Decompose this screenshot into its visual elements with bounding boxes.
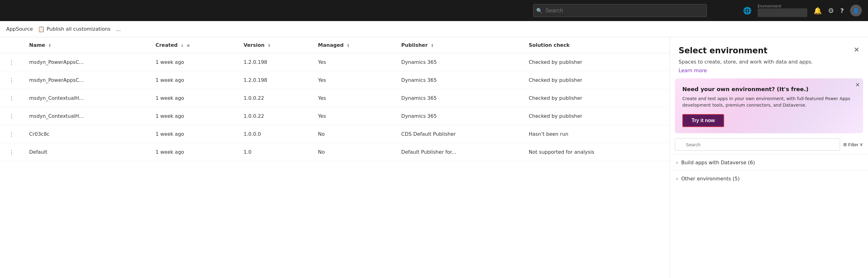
cell-name: msdyn_PowerAppsC... bbox=[23, 71, 149, 89]
env-group-label-1: Build apps with Dataverse (6) bbox=[681, 160, 755, 165]
group-chevron-icon-1: › bbox=[676, 160, 678, 165]
more-options-button[interactable]: ... bbox=[116, 26, 121, 32]
table-area: Name ↕ Created ↓ ≡ Version ↕ Managed ↕ bbox=[0, 37, 670, 278]
cell-created: 1 week ago bbox=[149, 143, 238, 161]
cell-managed: Yes bbox=[312, 89, 395, 107]
panel-title: Select environment bbox=[679, 46, 768, 55]
cell-solution-check: Hasn't been run bbox=[522, 125, 670, 143]
bell-icon[interactable]: 🔔 bbox=[813, 7, 822, 14]
cell-publisher: Dynamics 365 bbox=[395, 71, 522, 89]
filter-button[interactable]: ⊞ Filter ∨ bbox=[843, 142, 863, 147]
promo-card-title: Need your own environment? (It's free.) bbox=[682, 86, 856, 92]
table-row: ⋮ Default 1 week ago 1.0 No Default Publ… bbox=[0, 143, 670, 161]
cell-version: 1.0 bbox=[238, 143, 312, 161]
panel-search-input[interactable] bbox=[675, 138, 840, 151]
cell-version: 1.2.0.198 bbox=[238, 71, 312, 89]
cell-publisher: CDS Default Publisher bbox=[395, 125, 522, 143]
table-row: ⋮ Cr03c8c 1 week ago 1.0.0.0 No CDS Defa… bbox=[0, 125, 670, 143]
environment-selector[interactable]: Environment bbox=[757, 4, 807, 17]
row-menu-button[interactable]: ⋮ bbox=[6, 59, 17, 65]
toolbar: AppSource 📋 Publish all customizations .… bbox=[0, 21, 868, 37]
publish-label: Publish all customizations bbox=[46, 26, 111, 32]
publish-all-button[interactable]: 📋 Publish all customizations bbox=[38, 26, 111, 32]
cell-publisher: Dynamics 365 bbox=[395, 89, 522, 107]
env-group-label-2: Other environments (5) bbox=[681, 176, 740, 182]
col-version-header[interactable]: Version ↕ bbox=[238, 37, 312, 53]
table-row: ⋮ msdyn_PowerAppsC... 1 week ago 1.2.0.1… bbox=[0, 71, 670, 89]
try-it-now-button[interactable]: Try it now bbox=[682, 114, 724, 127]
cell-created: 1 week ago bbox=[149, 125, 238, 143]
col-managed-header[interactable]: Managed ↕ bbox=[312, 37, 395, 53]
panel-search-row: 🔍 ⊞ Filter ∨ bbox=[670, 138, 868, 154]
cell-name: Default bbox=[23, 143, 149, 161]
row-menu-button[interactable]: ⋮ bbox=[6, 149, 17, 155]
panel-close-button[interactable]: ✕ bbox=[854, 46, 859, 54]
cell-publisher: Dynamics 365 bbox=[395, 107, 522, 125]
cell-version: 1.0.0.0 bbox=[238, 125, 312, 143]
created-sort-icon: ↓ bbox=[181, 43, 184, 48]
col-publisher-label: Publisher bbox=[401, 42, 428, 48]
group-chevron-icon-2: › bbox=[676, 176, 678, 182]
row-menu-button[interactable]: ⋮ bbox=[6, 113, 17, 119]
col-menu-space bbox=[0, 37, 23, 53]
cell-name: Cr03c8c bbox=[23, 125, 149, 143]
gear-icon[interactable]: ⚙️ bbox=[828, 7, 834, 14]
cell-solution-check: Checked by publisher bbox=[522, 89, 670, 107]
name-sort-icon: ↕ bbox=[48, 43, 51, 48]
col-publisher-header[interactable]: Publisher ↕ bbox=[395, 37, 522, 53]
cell-created: 1 week ago bbox=[149, 53, 238, 71]
topbar: 🔍 🌐 Environment 🔔 ⚙️ ? 👤 bbox=[0, 0, 868, 21]
publisher-sort-icon: ↕ bbox=[431, 43, 434, 48]
panel-subtitle: Spaces to create, store, and work with d… bbox=[670, 55, 868, 66]
col-name-header[interactable]: Name ↕ bbox=[23, 37, 149, 53]
table-row: ⋮ msdyn_ContextualH... 1 week ago 1.0.0.… bbox=[0, 89, 670, 107]
topbar-right: 🌐 Environment 🔔 ⚙️ ? 👤 bbox=[743, 4, 862, 17]
cell-version: 1.2.0.198 bbox=[238, 53, 312, 71]
filter-icon: ⊞ bbox=[843, 142, 847, 147]
main-content: Name ↕ Created ↓ ≡ Version ↕ Managed ↕ bbox=[0, 37, 868, 278]
row-menu-button[interactable]: ⋮ bbox=[6, 95, 17, 101]
cell-solution-check: Checked by publisher bbox=[522, 53, 670, 71]
version-sort-icon: ↕ bbox=[268, 43, 271, 48]
cell-solution-check: Not supported for analysis bbox=[522, 143, 670, 161]
appsource-label: AppSource bbox=[6, 26, 33, 32]
env-group-dataverse-header[interactable]: › Build apps with Dataverse (6) bbox=[670, 155, 868, 171]
col-created-header[interactable]: Created ↓ ≡ bbox=[149, 37, 238, 53]
cell-managed: Yes bbox=[312, 107, 395, 125]
solutions-table: Name ↕ Created ↓ ≡ Version ↕ Managed ↕ bbox=[0, 37, 670, 161]
env-label-text: Environment bbox=[757, 4, 781, 8]
avatar[interactable]: 👤 bbox=[850, 5, 862, 17]
globe-icon[interactable]: 🌐 bbox=[743, 7, 751, 14]
search-icon-nav: 🔍 bbox=[536, 8, 542, 13]
cell-publisher: Default Publisher for... bbox=[395, 143, 522, 161]
side-panel: Select environment ✕ Spaces to create, s… bbox=[670, 37, 868, 278]
row-menu-button[interactable]: ⋮ bbox=[6, 131, 17, 137]
created-filter-icon: ≡ bbox=[187, 43, 190, 48]
search-bar-wrap: 🔍 bbox=[533, 4, 707, 17]
cell-created: 1 week ago bbox=[149, 107, 238, 125]
search-input[interactable] bbox=[533, 4, 707, 17]
promo-card-text: Create and test apps in your own environ… bbox=[682, 95, 856, 109]
cell-version: 1.0.0.22 bbox=[238, 89, 312, 107]
cell-created: 1 week ago bbox=[149, 89, 238, 107]
col-managed-label: Managed bbox=[318, 42, 344, 48]
env-value-input[interactable] bbox=[757, 8, 807, 17]
cell-managed: No bbox=[312, 143, 395, 161]
learn-more-link[interactable]: Learn more bbox=[670, 66, 868, 79]
cell-name: msdyn_PowerAppsC... bbox=[23, 53, 149, 71]
panel-search-wrap: 🔍 bbox=[675, 138, 840, 151]
cell-managed: Yes bbox=[312, 53, 395, 71]
help-icon[interactable]: ? bbox=[840, 7, 844, 14]
appsource-button[interactable]: AppSource bbox=[6, 26, 33, 32]
table-row: ⋮ msdyn_ContextualH... 1 week ago 1.0.0.… bbox=[0, 107, 670, 125]
cell-managed: No bbox=[312, 125, 395, 143]
table-row: ⋮ msdyn_PowerAppsC... 1 week ago 1.2.0.1… bbox=[0, 53, 670, 71]
filter-label: Filter bbox=[848, 142, 858, 147]
cell-solution-check: Checked by publisher bbox=[522, 71, 670, 89]
env-group-other-header[interactable]: › Other environments (5) bbox=[670, 171, 868, 187]
promo-card-close-button[interactable]: ✕ bbox=[855, 82, 860, 88]
row-menu-button[interactable]: ⋮ bbox=[6, 77, 17, 83]
cell-version: 1.0.0.22 bbox=[238, 107, 312, 125]
cell-solution-check: Checked by publisher bbox=[522, 107, 670, 125]
col-solution-check-label: Solution check bbox=[529, 42, 569, 48]
